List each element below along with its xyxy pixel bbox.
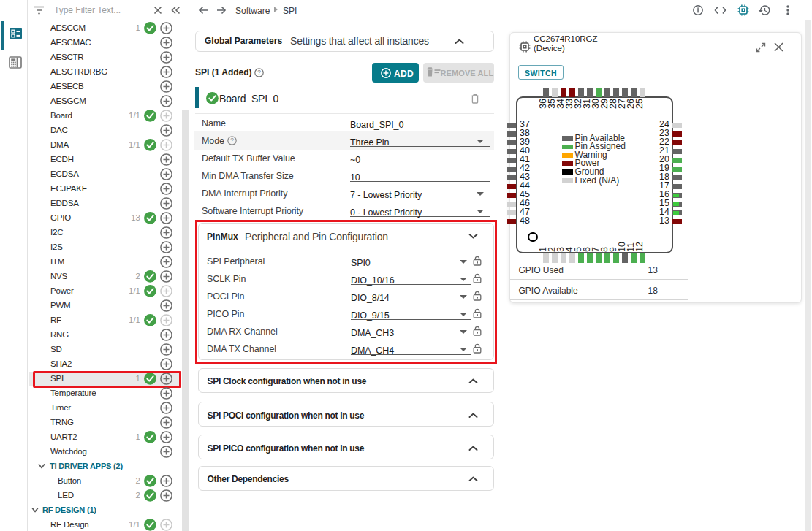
svg-text:?: ? bbox=[257, 69, 261, 76]
svg-text:?: ? bbox=[230, 137, 234, 144]
